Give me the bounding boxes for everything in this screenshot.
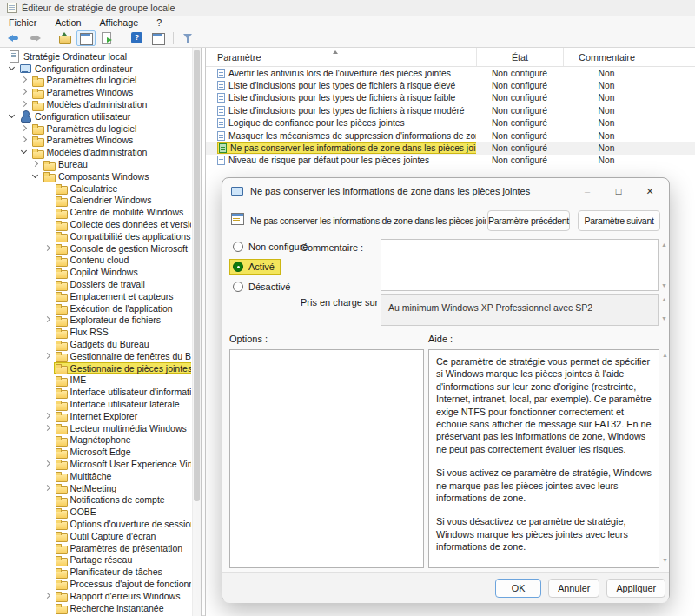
menu-fichier[interactable]: Fichier (9, 17, 36, 28)
radio-option-activ[interactable]: Activé (229, 259, 314, 279)
tree-item[interactable]: Microsoft User Experience Virtualiza (2, 458, 191, 470)
chevron-right-icon[interactable] (19, 87, 30, 97)
tree-item[interactable]: Internet Explorer (2, 410, 191, 422)
appliquer-button[interactable]: Appliquer (606, 579, 665, 598)
tree-item[interactable]: Processus d'ajout de fonctionnalités (2, 578, 191, 590)
chevron-right-icon[interactable] (43, 351, 54, 361)
tree-item[interactable]: Magnétophone (2, 434, 191, 447)
filter-button[interactable] (179, 30, 198, 46)
radio-option-d-sactiv[interactable]: Désactivé (229, 279, 314, 299)
column-header-commentaire[interactable]: Commentaire (563, 48, 650, 66)
window-button[interactable] (149, 30, 168, 46)
radio-button[interactable] (233, 242, 243, 252)
comment-scroll-down-icon[interactable]: ▼ (661, 282, 667, 288)
maximize-button[interactable]: □ (603, 178, 634, 204)
chevron-right-icon[interactable] (19, 99, 30, 109)
tree-item[interactable]: Interface utilisateur d'informations d (2, 386, 191, 398)
export-button[interactable] (97, 30, 116, 46)
close-button[interactable]: × (634, 178, 665, 204)
tree-item[interactable]: Dossiers de travail (2, 278, 191, 290)
tree-item[interactable]: IME (2, 374, 191, 387)
tree-item[interactable]: Copilot Windows (2, 266, 191, 278)
tree-item[interactable]: Multitâche (2, 470, 191, 482)
tree-item[interactable]: Gestionnaire de fenêtres du Bureau (2, 350, 191, 362)
tree-item[interactable]: Paramètres Windows (2, 135, 191, 147)
chevron-down-icon[interactable] (7, 63, 18, 74)
help-scroll-down-icon[interactable]: ▼ (662, 557, 668, 563)
tree-item[interactable]: Stratégie Ordinateur local (2, 50, 191, 63)
tree-item[interactable]: Composants Windows (2, 170, 191, 182)
tree-item[interactable]: Console de gestion Microsoft (2, 242, 191, 255)
tree-item[interactable]: Gadgets du Bureau (2, 338, 191, 350)
tree-scrollbar[interactable] (192, 48, 201, 616)
column-header-etat[interactable]: État (476, 48, 563, 66)
tree-item[interactable]: Gestionnaire de pièces jointes (2, 362, 191, 374)
table-row[interactable]: Liste d'inclusions pour les types de fic… (206, 104, 695, 116)
tree-item[interactable]: Paramètres de présentation (2, 542, 191, 554)
tree-item[interactable]: Exécution de l'application (2, 302, 191, 315)
chevron-right-icon[interactable] (19, 123, 30, 134)
previous-setting-button[interactable]: Paramètre précédent (487, 210, 570, 231)
tree-item[interactable]: Calendrier Windows (2, 195, 191, 207)
column-header-parametre[interactable]: Paramètre (206, 48, 476, 66)
tree-item[interactable]: Emplacement et capteurs (2, 290, 191, 302)
help-button[interactable] (128, 30, 147, 46)
help-box[interactable]: Ce paramètre de stratégie vous permet de… (428, 349, 659, 568)
chevron-down-icon[interactable] (7, 111, 18, 122)
tree-item[interactable]: Interface utilisateur latérale (2, 398, 191, 410)
tree-item[interactable]: Configuration ordinateur (2, 63, 191, 75)
next-setting-button[interactable]: Paramètre suivant (578, 210, 660, 231)
chevron-right-icon[interactable] (43, 483, 54, 493)
tree-item[interactable]: Modèles d'administration (2, 146, 191, 158)
tree-item[interactable]: Modèles d'administration (2, 98, 191, 110)
tree-item[interactable]: Configuration utilisateur (2, 110, 191, 123)
chevron-right-icon[interactable] (43, 411, 54, 421)
options-box[interactable] (229, 349, 424, 568)
chevron-right-icon[interactable] (43, 243, 54, 254)
tree-item[interactable]: Paramètres Windows (2, 86, 191, 98)
table-row[interactable]: Niveau de risque par défaut pour les piè… (206, 155, 695, 167)
table-row[interactable]: Avertir les antivirus lors de l'ouvertur… (206, 67, 695, 79)
menu-?[interactable]: ? (156, 17, 162, 28)
supported-scroll-up-icon[interactable]: ▲ (661, 296, 667, 302)
tree-item[interactable]: Partage réseau (2, 553, 191, 566)
table-row[interactable]: Liste d'inclusions pour les types de fic… (206, 79, 695, 91)
comment-textarea[interactable] (381, 239, 659, 291)
tree-item[interactable]: Recherche instantanée (2, 602, 191, 614)
tree-item[interactable]: Collecte des données et versions d'é (2, 218, 191, 230)
tree-item[interactable]: Compatibilité des applications (2, 230, 191, 242)
tree-item[interactable]: Lecteur multimédia Windows (2, 422, 191, 434)
menu-affichage[interactable]: Affichage (99, 17, 138, 28)
tree-item[interactable]: Paramètres du logiciel (2, 123, 191, 135)
folder-up-button[interactable] (56, 30, 75, 46)
tree-item[interactable]: NetMeeting (2, 482, 191, 494)
chevron-down-icon[interactable] (30, 171, 42, 182)
chevron-right-icon[interactable] (43, 591, 54, 601)
chevron-right-icon[interactable] (19, 75, 30, 85)
tree-item[interactable]: Paramètres du logiciel (2, 75, 191, 87)
tree-item[interactable]: Flux RSS (2, 326, 191, 338)
help-scroll-up-icon[interactable]: ▲ (662, 352, 668, 358)
chevron-right-icon[interactable] (43, 459, 54, 469)
tree-item[interactable]: Rapport d'erreurs Windows (2, 590, 191, 602)
tree-item[interactable]: Options d'ouverture de session Win (2, 518, 191, 530)
table-row[interactable]: Ne pas conserver les informations de zon… (206, 142, 695, 154)
menu-action[interactable]: Action (55, 17, 81, 28)
tree-item[interactable]: Microsoft Edge (2, 446, 191, 458)
forward-button[interactable] (25, 30, 44, 46)
radio-button[interactable] (233, 282, 243, 292)
annuler-button[interactable]: Annuler (548, 579, 599, 598)
tree-item[interactable]: Outil Capture d'écran (2, 530, 191, 542)
tree-scrollbar-thumb[interactable] (194, 50, 200, 501)
ok-button[interactable]: OK (495, 579, 541, 598)
back-button[interactable] (4, 30, 23, 46)
show-window-button[interactable] (76, 30, 96, 46)
tree-item[interactable]: Contenu cloud (2, 255, 191, 267)
tree-item[interactable]: OOBE (2, 506, 191, 518)
table-row[interactable]: Masquer les mécanismes de suppression d'… (206, 129, 695, 142)
chevron-right-icon[interactable] (43, 423, 54, 434)
table-row[interactable]: Logique de confiance pour les pièces joi… (206, 117, 695, 129)
tree-item[interactable]: Bureau (2, 158, 191, 170)
chevron-right-icon[interactable] (43, 315, 54, 325)
tree-item[interactable]: Centre de mobilité Windows (2, 206, 191, 218)
